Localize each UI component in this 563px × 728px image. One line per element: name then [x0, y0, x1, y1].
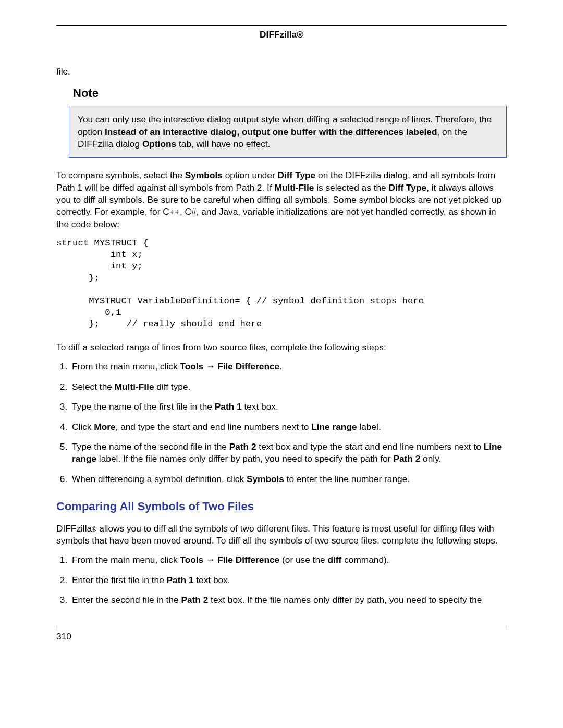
bold: Line range	[311, 422, 357, 432]
bold: Path 2	[229, 441, 256, 452]
bold: Symbols	[185, 170, 223, 180]
bold: File Difference	[217, 361, 279, 372]
text: Type the name of the second file in the	[72, 441, 229, 452]
header-title: DIFFzilla®	[56, 29, 507, 41]
text: (or use the	[279, 554, 327, 565]
note-text-3: tab, will have no effect.	[176, 139, 270, 149]
bold: File Difference	[217, 554, 279, 565]
list-item: Click More, and type the start and end l…	[70, 421, 507, 433]
list-item: Enter the second file in the Path 2 text…	[70, 594, 507, 606]
steps-list-b: From the main menu, click Tools → File D…	[56, 554, 507, 606]
header-rule	[56, 25, 507, 26]
list-item: From the main menu, click Tools → File D…	[70, 554, 507, 566]
text: to enter the line number range.	[284, 474, 410, 484]
bold: Path 1	[215, 401, 242, 412]
text: To compare symbols, select the	[56, 170, 185, 180]
note-bold-1: Instead of an interactive dialog, output…	[105, 127, 437, 137]
text: DIFFzilla	[56, 523, 92, 534]
text: diff type.	[154, 381, 191, 392]
note-label: Note	[73, 85, 507, 101]
arrow: →	[203, 361, 217, 372]
compare-paragraph: To compare symbols, select the Symbols o…	[56, 169, 507, 230]
text: allows you to diff all the symbols of tw…	[56, 523, 498, 546]
text: text box.	[193, 575, 230, 585]
list-item: Type the name of the first file in the P…	[70, 401, 507, 413]
bold: Diff Type	[388, 182, 426, 193]
text: Enter the second file in the	[72, 595, 181, 605]
diff-range-intro: To diff a selected range of lines from t…	[56, 341, 507, 353]
note-bold-2: Options	[142, 139, 176, 149]
text: Type the name of the first file in the	[72, 401, 215, 412]
registered-mark: ®	[92, 526, 96, 533]
text: command).	[341, 554, 389, 565]
note-box: You can only use the interactive dialog …	[69, 106, 507, 158]
arrow: →	[203, 554, 217, 565]
steps-list-a: From the main menu, click Tools → File D…	[56, 361, 507, 485]
section2-intro: DIFFzilla® allows you to diff all the sy…	[56, 523, 507, 547]
bold: Multi-File	[115, 381, 154, 392]
text: only.	[420, 453, 441, 464]
bold: Tools	[180, 554, 203, 565]
text: text box and type the start and end line…	[256, 441, 484, 452]
list-item: When differencing a symbol definition, c…	[70, 473, 507, 485]
bold: Path 1	[167, 575, 194, 585]
text: When differencing a symbol definition, c…	[72, 474, 247, 484]
section-heading: Comparing All Symbols of Two Files	[56, 499, 507, 514]
text: Enter the first file in the	[72, 575, 167, 585]
bold: diff	[327, 554, 341, 565]
list-item: From the main menu, click Tools → File D…	[70, 361, 507, 373]
footer-rule	[56, 627, 507, 627]
text: Click	[72, 422, 94, 432]
bold: More	[94, 422, 115, 432]
text: , and type the start and end line number…	[116, 422, 312, 432]
text: Select the	[72, 381, 115, 392]
text: option under	[223, 170, 278, 180]
bold: Multi-File	[274, 182, 314, 193]
text: is selected as the	[314, 182, 388, 193]
text: text box.	[242, 401, 278, 412]
text: label.	[357, 422, 381, 432]
list-item: Select the Multi-File diff type.	[70, 381, 507, 393]
list-item: Type the name of the second file in the …	[70, 441, 507, 465]
page-number: 310	[56, 631, 507, 643]
bold: Path 2	[393, 453, 420, 464]
text: label. If the file names only differ by …	[96, 453, 393, 464]
bold: Diff Type	[278, 170, 316, 180]
bold: Path 2	[181, 595, 208, 605]
text: .	[279, 361, 282, 372]
text: text box. If the file names only differ …	[208, 595, 482, 605]
bold: Tools	[180, 361, 203, 372]
list-item: Enter the first file in the Path 1 text …	[70, 574, 507, 586]
text: From the main menu, click	[72, 554, 180, 565]
bold: Symbols	[247, 474, 284, 484]
intro-fragment: file.	[56, 66, 507, 78]
code-block: struct MYSTRUCT { int x; int y; }; MYSTR…	[56, 238, 507, 330]
page-container: DIFFzilla® file. Note You can only use t…	[0, 0, 563, 664]
text: From the main menu, click	[72, 361, 180, 372]
